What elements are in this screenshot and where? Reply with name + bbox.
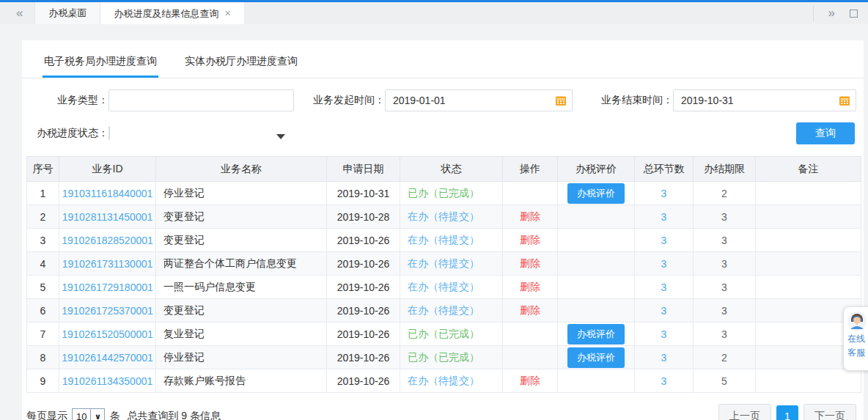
status-text: 已办（已完成） bbox=[408, 187, 479, 199]
steps-link[interactable]: 3 bbox=[661, 352, 667, 364]
cell-deadline: 5 bbox=[694, 369, 756, 393]
per-page-value: 10 bbox=[73, 411, 90, 420]
cell-seq: 3 bbox=[27, 229, 59, 252]
restore-window-icon[interactable] bbox=[850, 10, 858, 18]
filter-row-2: 办税进度状态： 查询 bbox=[22, 122, 864, 144]
table-row: 7 1910261520500001 复业登记 2019-10-26 已办（已完… bbox=[27, 323, 861, 346]
table-row: 3 1910261828520001 变更登记 2019-10-26 在办（待提… bbox=[27, 229, 861, 252]
select-arrow-icon: ∨ bbox=[90, 409, 104, 420]
prev-page-button[interactable]: 上一页 bbox=[718, 404, 771, 420]
cell-deadline: 3 bbox=[694, 205, 756, 229]
customer-service-avatar-icon bbox=[847, 312, 867, 331]
calendar-icon[interactable] bbox=[555, 95, 567, 106]
business-id-link[interactable]: 1910311618440001 bbox=[62, 188, 153, 199]
start-time-label: 业务发起时间： bbox=[294, 94, 385, 107]
steps-link[interactable]: 3 bbox=[661, 328, 667, 340]
delete-link[interactable]: 删除 bbox=[520, 210, 540, 222]
col-business-id: 业务ID bbox=[59, 157, 156, 182]
expand-tabs-icon[interactable]: » bbox=[828, 2, 835, 24]
end-time-field bbox=[673, 89, 856, 111]
cell-seq: 9 bbox=[27, 369, 59, 393]
cell-deadline: 3 bbox=[694, 323, 756, 346]
cell-seq: 8 bbox=[27, 346, 59, 369]
table-row: 6 1910261725370001 变更登记 2019-10-26 在办（待提… bbox=[27, 299, 861, 323]
filter-row-1: 业务类型： 业务发起时间： 业务结束时间： bbox=[22, 89, 864, 111]
cell-deadline: 3 bbox=[694, 276, 756, 299]
table-row: 4 1910261731130001 两证整合个体工商户信息变更 2019-10… bbox=[27, 252, 861, 276]
evaluate-button[interactable]: 办税评价 bbox=[567, 324, 625, 345]
delete-link[interactable]: 删除 bbox=[520, 257, 540, 269]
col-evaluation: 办税评价 bbox=[558, 157, 635, 182]
next-page-button[interactable]: 下一页 bbox=[803, 404, 856, 420]
status-text: 在办（待提交） bbox=[408, 281, 479, 292]
cell-date: 2019-10-26 bbox=[327, 229, 400, 252]
business-type-input[interactable] bbox=[108, 89, 294, 111]
close-tab-icon[interactable]: × bbox=[224, 7, 230, 19]
evaluate-button[interactable]: 办税评价 bbox=[567, 347, 625, 368]
business-id-link[interactable]: 1910261134350001 bbox=[62, 375, 153, 387]
business-id-link[interactable]: 1910281131450001 bbox=[62, 211, 153, 223]
calendar-icon[interactable] bbox=[839, 95, 850, 106]
business-type-label: 业务类型： bbox=[22, 94, 108, 107]
steps-link[interactable]: 3 bbox=[661, 305, 667, 317]
business-id-link[interactable]: 1910261731130001 bbox=[62, 258, 153, 270]
status-text: 在办（待提交） bbox=[408, 234, 479, 246]
table-row: 9 1910261134350001 存款账户账号报告 2019-10-26 在… bbox=[27, 369, 861, 393]
online-service-widget[interactable]: 在线 客服 bbox=[843, 306, 868, 371]
progress-status-select[interactable] bbox=[108, 127, 294, 140]
cell-name: 停业登记 bbox=[156, 346, 327, 369]
status-text: 在办（待提交） bbox=[408, 257, 479, 269]
col-apply-date: 申请日期 bbox=[327, 157, 400, 182]
business-id-link[interactable]: 1910261729180001 bbox=[62, 281, 153, 293]
collapse-tabs-icon[interactable]: « bbox=[16, 2, 23, 24]
delete-link[interactable]: 删除 bbox=[520, 375, 540, 386]
end-time-label: 业务结束时间： bbox=[573, 94, 673, 107]
app-window: « 办税桌面 办税进度及结果信息查询× » 电子税务局办理进度查询 实体办税厅办… bbox=[0, 0, 868, 420]
steps-link[interactable]: 3 bbox=[661, 188, 667, 199]
cell-date: 2019-10-26 bbox=[327, 276, 400, 299]
cell-remark bbox=[756, 252, 861, 276]
steps-link[interactable]: 3 bbox=[661, 258, 667, 270]
table-row: 1 1910311618440001 停业登记 2019-10-31 已办（已完… bbox=[27, 182, 861, 205]
cell-name: 存款账户账号报告 bbox=[156, 369, 327, 393]
per-page-select[interactable]: 10 ∨ bbox=[72, 408, 105, 420]
current-page-button[interactable]: 1 bbox=[776, 405, 798, 420]
online-service-label-line2: 客服 bbox=[847, 347, 865, 358]
evaluate-button[interactable]: 办税评价 bbox=[567, 183, 625, 204]
subtab-etax-progress[interactable]: 电子税务局办理进度查询 bbox=[43, 51, 158, 78]
cell-name: 变更登记 bbox=[156, 229, 327, 252]
table-header-row: 序号 业务ID 业务名称 申请日期 状态 操作 办税评价 总环节数 办结期限 备… bbox=[27, 157, 861, 182]
business-id-link[interactable]: 1910261828520001 bbox=[62, 235, 153, 246]
per-page-prefix: 每页显示 bbox=[26, 410, 67, 420]
delete-link[interactable]: 删除 bbox=[520, 234, 540, 246]
cell-deadline: 3 bbox=[694, 299, 756, 323]
col-status: 状态 bbox=[400, 157, 503, 182]
query-button[interactable]: 查询 bbox=[796, 122, 855, 144]
end-time-input[interactable] bbox=[673, 89, 856, 111]
business-id-link[interactable]: 1910261442570001 bbox=[62, 352, 153, 364]
delete-link[interactable]: 删除 bbox=[520, 281, 540, 292]
table-row: 5 1910261729180001 一照一码户信息变更 2019-10-26 … bbox=[27, 276, 861, 299]
delete-link[interactable]: 删除 bbox=[520, 304, 540, 316]
window-tab-progress-query[interactable]: 办税进度及结果信息查询× bbox=[100, 2, 243, 24]
business-id-link[interactable]: 1910261725370001 bbox=[62, 305, 153, 317]
col-total-steps: 总环节数 bbox=[635, 157, 694, 182]
steps-link[interactable]: 3 bbox=[661, 235, 667, 246]
cell-date: 2019-10-26 bbox=[327, 346, 400, 369]
steps-link[interactable]: 3 bbox=[661, 375, 667, 387]
business-id-link[interactable]: 1910261520500001 bbox=[62, 328, 153, 340]
steps-link[interactable]: 3 bbox=[661, 281, 667, 293]
start-time-field bbox=[385, 89, 573, 111]
start-time-input[interactable] bbox=[385, 89, 573, 111]
cell-deadline: 3 bbox=[694, 252, 756, 276]
cell-name: 变更登记 bbox=[156, 205, 327, 229]
subtab-hall-progress[interactable]: 实体办税厅办理进度查询 bbox=[183, 51, 299, 78]
col-business-name: 业务名称 bbox=[156, 157, 327, 182]
status-text: 已办（已完成） bbox=[408, 328, 479, 339]
tabbar-divider bbox=[813, 5, 814, 21]
window-tab-desktop[interactable]: 办税桌面 bbox=[34, 2, 100, 24]
results-tbody: 1 1910311618440001 停业登记 2019-10-31 已办（已完… bbox=[27, 182, 861, 393]
col-seq: 序号 bbox=[27, 157, 59, 182]
per-page-suffix: 条 bbox=[109, 410, 119, 420]
steps-link[interactable]: 3 bbox=[661, 211, 667, 223]
